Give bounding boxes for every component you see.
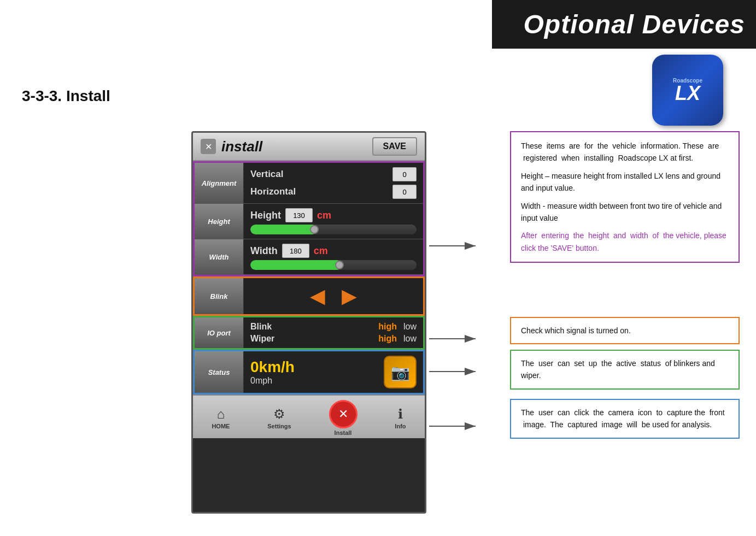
blink-arrow-right[interactable]: ▶ <box>342 285 357 308</box>
width-label: Width <box>195 239 244 274</box>
nav-install[interactable]: ✕ Install <box>329 400 358 436</box>
purple-info-box: These items are for the vehicle informat… <box>510 131 740 263</box>
blink-device-label: Blink <box>250 322 272 332</box>
io-port-row: IO port Blink high low Wiper high low <box>193 316 425 350</box>
width-content: Width cm <box>244 239 423 274</box>
page-title: Optional Devices <box>524 9 745 39</box>
io-port-label: IO port <box>195 317 244 348</box>
height-unit: cm <box>317 210 331 221</box>
info-label: Info <box>395 423 406 429</box>
height-input[interactable] <box>285 208 313 222</box>
camera-icon: 📷 <box>391 363 410 381</box>
vertical-input[interactable] <box>392 167 417 181</box>
width-unit: cm <box>314 245 328 257</box>
status-row: Status 0km/h 0mph 📷 <box>193 350 425 394</box>
height-label: Height <box>195 204 244 239</box>
logo-lx-text: LX <box>675 84 700 103</box>
save-button[interactable]: SAVE <box>372 137 417 156</box>
header-bar: Optional Devices <box>492 0 756 49</box>
status-label: Status <box>195 351 244 393</box>
width-input[interactable] <box>282 244 309 258</box>
blue-info-box: The user can click the camera icon to ca… <box>510 399 740 439</box>
height-slider-fill <box>250 225 317 234</box>
io-port-content: Blink high low Wiper high low <box>244 317 423 348</box>
settings-icon: ⚙ <box>273 407 285 422</box>
wiper-low[interactable]: low <box>403 334 417 344</box>
blink-row: Blink ◀ ▶ <box>193 276 425 316</box>
green-info-text: The user can set up the active status of… <box>521 357 729 382</box>
bottom-nav: ⌂ HOME ⚙ Settings ✕ Install ℹ Info <box>193 394 425 438</box>
section-title: 3-3-3. Install <box>22 87 110 105</box>
camera-button[interactable]: 📷 <box>384 356 417 388</box>
green-info-box: The user can set up the active status of… <box>510 350 740 390</box>
horizontal-label: Horizontal <box>250 186 296 197</box>
width-row: Width Width cm <box>195 239 423 275</box>
purple-info-line1: These items are for the vehicle informat… <box>521 140 729 164</box>
wiper-device-label: Wiper <box>250 334 274 344</box>
blink-high[interactable]: high <box>378 322 397 332</box>
wiper-high[interactable]: high <box>378 334 397 344</box>
info-icon: ℹ <box>398 407 403 422</box>
vertical-label: Vertical <box>250 169 284 180</box>
height-field-label: Height <box>250 210 281 221</box>
alignment-content: Vertical Horizontal <box>244 163 423 203</box>
horizontal-input[interactable] <box>392 185 417 199</box>
width-field-label: Width <box>250 245 278 257</box>
blink-low[interactable]: low <box>403 322 417 332</box>
orange-info-text: Check which signal is turned on. <box>521 325 729 337</box>
app-logo: Roadscope LX <box>652 55 723 126</box>
speed-mph: 0mph <box>250 376 295 386</box>
orange-info-box: Check which signal is turned on. <box>510 317 740 344</box>
nav-home[interactable]: ⌂ HOME <box>212 407 230 429</box>
alignment-section-group: Alignment Vertical Horizontal Height Hei… <box>193 161 425 276</box>
phone-ui-container: ✕ install SAVE Alignment Vertical Horizo… <box>191 131 426 514</box>
blink-arrow-left[interactable]: ◀ <box>310 285 325 308</box>
speed-kmh: 0km/h <box>250 358 295 376</box>
install-icon: ✕ <box>201 139 216 154</box>
blue-info-text: The user can click the camera icon to ca… <box>521 407 729 431</box>
width-slider-thumb <box>335 261 344 269</box>
nav-settings[interactable]: ⚙ Settings <box>267 407 291 429</box>
speed-display: 0km/h 0mph <box>250 358 295 386</box>
alignment-label: Alignment <box>195 163 244 203</box>
width-slider-fill <box>250 260 342 270</box>
home-icon: ⌂ <box>217 407 225 422</box>
width-slider-track[interactable] <box>250 260 417 270</box>
blink-label: Blink <box>195 278 244 314</box>
height-row: Height Height cm <box>195 204 423 239</box>
install-title: install <box>221 138 262 155</box>
purple-info-line2: Height – measure height from installed L… <box>521 170 729 195</box>
purple-info-line3: Width - measure width between front two … <box>521 200 729 225</box>
install-nav-icon: ✕ <box>338 407 348 421</box>
height-content: Height cm <box>244 204 423 239</box>
install-header: ✕ install SAVE <box>193 133 425 161</box>
height-slider-thumb <box>310 225 319 234</box>
install-nav-label: Install <box>335 429 352 436</box>
status-content: 0km/h 0mph 📷 <box>244 351 423 393</box>
alignment-row: Alignment Vertical Horizontal <box>195 163 423 204</box>
home-label: HOME <box>212 423 230 429</box>
purple-info-line4: After entering the height and width of t… <box>521 229 729 254</box>
nav-info[interactable]: ℹ Info <box>395 407 406 429</box>
blink-content: ◀ ▶ <box>244 278 423 314</box>
settings-label: Settings <box>267 423 291 429</box>
height-slider-track[interactable] <box>250 225 417 234</box>
